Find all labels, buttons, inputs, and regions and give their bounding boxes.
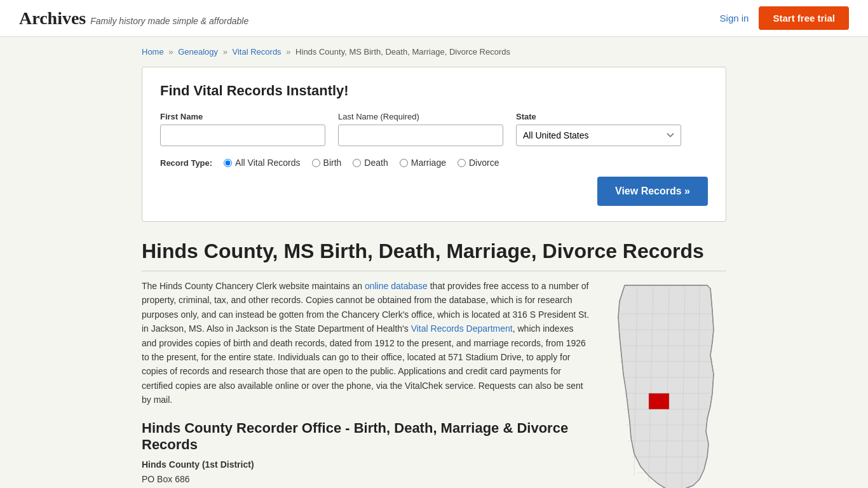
ms-map [606, 279, 726, 488]
radio-all-label: All Vital Records [235, 158, 300, 168]
trial-button[interactable]: Start free trial [759, 6, 849, 30]
hinds-county-highlight [649, 393, 669, 409]
breadcrumb-vital-records[interactable]: Vital Records [233, 47, 281, 57]
radio-marriage-input[interactable] [400, 159, 408, 167]
radio-death[interactable]: Death [353, 158, 388, 168]
radio-death-input[interactable] [353, 159, 361, 167]
last-name-label: Last Name (Required) [338, 112, 503, 121]
signin-link[interactable]: Sign in [720, 13, 749, 24]
search-box: Find Vital Records Instantly! First Name… [142, 67, 726, 222]
radio-all[interactable]: All Vital Records [224, 158, 300, 168]
radio-marriage-label: Marriage [411, 158, 446, 168]
record-type-row: Record Type: All Vital Records Birth Dea… [160, 158, 708, 168]
first-name-label: First Name [160, 112, 325, 121]
view-records-button[interactable]: View Records » [597, 177, 708, 206]
content-main: The Hinds County Chancery Clerk website … [142, 279, 590, 488]
section2-heading: Hinds County Recorder Office - Birth, De… [142, 420, 590, 453]
header: Archives Family history made simple & af… [0, 0, 868, 37]
body-paragraph: The Hinds County Chancery Clerk website … [142, 279, 590, 407]
record-type-label: Record Type: [160, 158, 212, 168]
first-name-input[interactable] [160, 125, 325, 146]
logo: Archives Family history made simple & af… [19, 8, 248, 29]
last-name-group: Last Name (Required) [338, 112, 503, 146]
breadcrumb-genealogy[interactable]: Genealogy [178, 47, 218, 57]
main-content: Home » Genealogy » Vital Records » Hinds… [129, 37, 739, 488]
sep3: » [286, 47, 290, 57]
tagline: Family history made simple & affordable [90, 16, 248, 26]
radio-birth[interactable]: Birth [312, 158, 342, 168]
state-label: State [516, 112, 681, 121]
vital-records-dept-link[interactable]: Vital Records Department [411, 323, 513, 334]
radio-death-label: Death [364, 158, 388, 168]
office-name: Hinds County (1st District) [142, 459, 590, 470]
radio-all-input[interactable] [224, 159, 232, 167]
content-area: The Hinds County Chancery Clerk website … [142, 279, 726, 488]
fields-row: First Name Last Name (Required) State Al… [160, 112, 708, 146]
breadcrumb: Home » Genealogy » Vital Records » Hinds… [142, 47, 726, 57]
search-title: Find Vital Records Instantly! [160, 83, 708, 99]
radio-divorce-label: Divorce [469, 158, 499, 168]
first-name-group: First Name [160, 112, 325, 146]
last-name-input[interactable] [338, 125, 503, 146]
state-group: State All United States Alabama Alaska M… [516, 112, 681, 146]
sep2: » [223, 47, 227, 57]
header-left: Archives Family history made simple & af… [19, 8, 248, 29]
page-title: Hinds County, MS Birth, Death, Marriage,… [142, 240, 726, 271]
office-address1: PO Box 686 [142, 472, 590, 486]
breadcrumb-home[interactable]: Home [142, 47, 164, 57]
search-btn-row: View Records » [160, 177, 708, 206]
map-container [606, 279, 726, 488]
online-database-link[interactable]: online database [365, 281, 428, 291]
header-right: Sign in Start free trial [720, 6, 849, 30]
sep1: » [168, 47, 173, 57]
radio-divorce[interactable]: Divorce [458, 158, 499, 168]
radio-birth-input[interactable] [312, 159, 320, 167]
state-select[interactable]: All United States Alabama Alaska Mississ… [516, 125, 681, 146]
radio-marriage[interactable]: Marriage [400, 158, 446, 168]
radio-divorce-input[interactable] [458, 159, 466, 167]
radio-birth-label: Birth [323, 158, 342, 168]
breadcrumb-current: Hinds County, MS Birth, Death, Marriage,… [295, 47, 510, 57]
